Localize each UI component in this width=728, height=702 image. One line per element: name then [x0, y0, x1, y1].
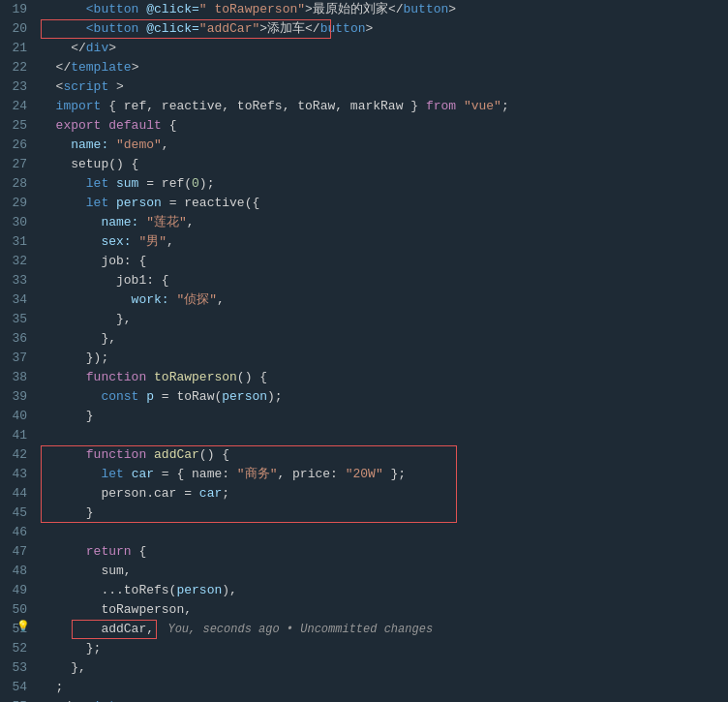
code-line: 48 sum,: [0, 562, 728, 581]
line-number: 33: [0, 271, 37, 290]
line-number: 31: [0, 232, 37, 252]
line-number: 41: [0, 426, 37, 445]
line-number: 37: [0, 349, 37, 368]
line-number: 27: [0, 155, 37, 174]
line-number: 19: [0, 0, 37, 19]
line-number: 49: [0, 581, 37, 600]
gutter-lightbulb-icon: 💡: [15, 620, 31, 632]
line-content: <button @click="addCar">添加车</button>: [37, 19, 728, 39]
line-content: let sum = ref(0);: [37, 174, 728, 194]
line-content: });: [37, 349, 728, 368]
line-content: }: [37, 504, 728, 523]
code-line: 37 });: [0, 349, 728, 368]
code-line: 30 name: "莲花",: [0, 213, 728, 232]
code-line: 49 ...toRefs(person),: [0, 581, 728, 600]
line-number: 45: [0, 504, 37, 523]
line-content: },: [37, 658, 728, 678]
line-number: 55: [0, 697, 37, 702]
line-content: <button @click=" toRawperson">最原始的刘家</bu…: [37, 0, 728, 19]
line-number: 22: [0, 58, 37, 77]
code-line: 26 name: "demo",: [0, 136, 728, 155]
code-editor: 19 <button @click=" toRawperson">最原始的刘家<…: [0, 0, 728, 702]
code-line: 22 </template>: [0, 58, 728, 77]
line-content: },: [37, 329, 728, 349]
line-content: </template>: [37, 58, 728, 77]
line-content: export default {: [37, 116, 728, 136]
code-line: 29 let person = reactive({: [0, 194, 728, 213]
code-line: 19 <button @click=" toRawperson">最原始的刘家<…: [0, 0, 728, 19]
line-content: return {: [37, 542, 728, 562]
line-content: };: [37, 639, 728, 658]
line-content: let car = { name: "商务", price: "20W" };: [37, 465, 728, 484]
line-content: import { ref, reactive, toRefs, toRaw, m…: [37, 97, 728, 116]
code-line: 41: [0, 426, 728, 445]
code-line: 52 };: [0, 639, 728, 658]
line-number: 34: [0, 290, 37, 310]
code-line: 54 ;: [0, 678, 728, 697]
code-line: 24 import { ref, reactive, toRefs, toRaw…: [0, 97, 728, 116]
code-line: 53 },: [0, 658, 728, 678]
line-number: 54: [0, 678, 37, 697]
line-number: 20: [0, 19, 37, 39]
line-content: name: "莲花",: [37, 213, 728, 232]
code-line: 23 <script >: [0, 77, 728, 97]
line-content: job: {: [37, 252, 728, 271]
line-content: ;: [37, 678, 728, 697]
code-line: 50 toRawperson,: [0, 600, 728, 620]
code-line: 33 job1: {: [0, 271, 728, 290]
line-number: 48: [0, 562, 37, 581]
line-content: },: [37, 310, 728, 329]
line-number: 44: [0, 484, 37, 504]
line-number: 23: [0, 77, 37, 97]
lines-container: 19 <button @click=" toRawperson">最原始的刘家<…: [0, 0, 728, 702]
line-number: 42: [0, 445, 37, 465]
line-content: function toRawperson() {: [37, 368, 728, 387]
code-line: 36 },: [0, 329, 728, 349]
line-number: 47: [0, 542, 37, 562]
code-line: 51💡 addCar, You, seconds ago • Uncommitt…: [0, 620, 728, 639]
line-number: 26: [0, 136, 37, 155]
code-line: 34 work: "侦探",: [0, 290, 728, 310]
line-number: 28: [0, 174, 37, 194]
code-line: 47 return {: [0, 542, 728, 562]
code-line: 27 setup() {: [0, 155, 728, 174]
line-content: const p = toRaw(person);: [37, 387, 728, 407]
line-content: job1: {: [37, 271, 728, 290]
line-number: 30: [0, 213, 37, 232]
code-line: 55 </script>: [0, 697, 728, 702]
line-content: <script >: [37, 77, 728, 97]
line-content: addCar, You, seconds ago • Uncommitted c…: [37, 620, 728, 639]
line-content: function addCar() {: [37, 445, 728, 465]
line-number: 53: [0, 658, 37, 678]
line-content: name: "demo",: [37, 136, 728, 155]
line-number: 36: [0, 329, 37, 349]
line-number: 21: [0, 39, 37, 58]
line-number: 46: [0, 523, 37, 542]
line-content: toRawperson,: [37, 600, 728, 620]
line-number: 38: [0, 368, 37, 387]
line-number: 35: [0, 310, 37, 329]
line-number: 52: [0, 639, 37, 658]
line-content: setup() {: [37, 155, 728, 174]
code-line: 32 job: {: [0, 252, 728, 271]
line-content: sum,: [37, 562, 728, 581]
line-number: 29: [0, 194, 37, 213]
line-content: sex: "男",: [37, 232, 728, 252]
line-number: 32: [0, 252, 37, 271]
line-number: 40: [0, 407, 37, 426]
line-number: 39: [0, 387, 37, 407]
code-line: 35 },: [0, 310, 728, 329]
code-line: 42 function addCar() {: [0, 445, 728, 465]
code-line: 20 <button @click="addCar">添加车</button>: [0, 19, 728, 39]
line-content: }: [37, 407, 728, 426]
code-line: 46: [0, 523, 728, 542]
code-line: 45 }: [0, 504, 728, 523]
code-line: 31 sex: "男",: [0, 232, 728, 252]
line-number: 43: [0, 465, 37, 484]
code-line: 21 </div>: [0, 39, 728, 58]
code-line: 43 let car = { name: "商务", price: "20W" …: [0, 465, 728, 484]
code-line: 28 let sum = ref(0);: [0, 174, 728, 194]
line-content: </script>: [37, 697, 728, 702]
line-content: ...toRefs(person),: [37, 581, 728, 600]
line-content: work: "侦探",: [37, 290, 728, 310]
